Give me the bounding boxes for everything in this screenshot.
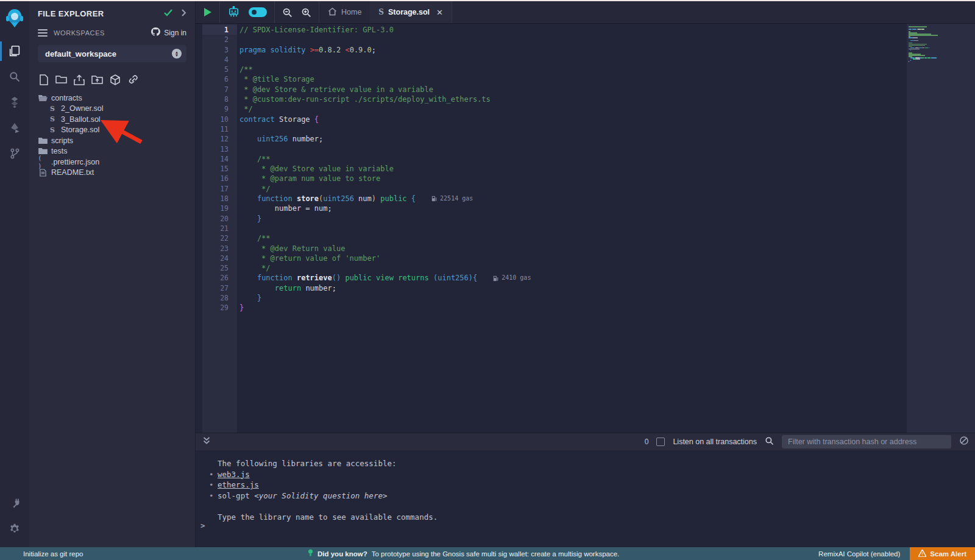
line-number: 25 bbox=[202, 263, 237, 273]
tree-item-2-owner-sol[interactable]: S2_Owner.sol bbox=[29, 104, 195, 115]
line-number: 14 bbox=[202, 154, 237, 164]
ipfs-box-icon[interactable] bbox=[110, 74, 121, 85]
gutter-pad bbox=[196, 24, 202, 433]
workspaces-label: WORKSPACES bbox=[54, 29, 151, 37]
tree-item-storage-sol[interactable]: SStorage.sol bbox=[29, 125, 195, 136]
line-number: 26 bbox=[202, 273, 237, 283]
line-number: 15 bbox=[202, 164, 237, 174]
terminal-line: •ethers.js bbox=[218, 480, 975, 491]
line-number: 6 bbox=[202, 74, 237, 84]
transaction-filter-input[interactable] bbox=[782, 435, 951, 448]
new-file-icon[interactable] bbox=[39, 74, 49, 85]
upload-folder-icon[interactable] bbox=[91, 74, 103, 85]
expand-terminal-icon[interactable] bbox=[203, 436, 210, 447]
code-line-7: * @dev Store & retrieve value in a varia… bbox=[239, 85, 907, 94]
ai-copilot-toggle[interactable] bbox=[249, 7, 267, 17]
workspace-select[interactable]: default_workspace ▲▼ bbox=[38, 45, 186, 62]
clear-console-icon[interactable] bbox=[959, 436, 969, 448]
solidity-file-icon: S bbox=[48, 115, 57, 123]
line-number: 28 bbox=[202, 293, 237, 303]
tree-item-label: .prettierrc.json bbox=[51, 158, 99, 166]
workspace-select-caret-icon: ▲▼ bbox=[172, 49, 182, 58]
import-url-icon[interactable] bbox=[127, 74, 139, 85]
terminal-line bbox=[218, 501, 975, 512]
code-line-6: * @title Storage bbox=[239, 74, 907, 84]
github-icon bbox=[151, 27, 160, 38]
terminal-line: Type the library name to see available c… bbox=[218, 512, 975, 523]
workspaces-menu-icon[interactable] bbox=[38, 29, 48, 37]
line-number: 10 bbox=[202, 115, 237, 124]
git-icon[interactable] bbox=[0, 141, 29, 166]
remix-logo-icon[interactable] bbox=[0, 6, 29, 30]
collapse-panel-chevron-icon[interactable] bbox=[181, 8, 186, 19]
line-number: 1 bbox=[202, 25, 237, 35]
status-bar: Initialize as git repo Did you know? To … bbox=[0, 547, 975, 560]
tree-item-tests[interactable]: tests bbox=[29, 146, 195, 157]
upload-file-icon[interactable] bbox=[74, 74, 85, 85]
terminal-link[interactable]: web3.js bbox=[218, 470, 250, 479]
listen-transactions-checkbox[interactable] bbox=[656, 438, 665, 446]
terminal-search-icon bbox=[765, 436, 774, 448]
line-number: 2 bbox=[202, 35, 237, 44]
code-line-13 bbox=[239, 144, 907, 154]
tree-item--prettierrc-json[interactable]: ( ).prettierrc.json bbox=[29, 157, 195, 168]
line-number: 7 bbox=[202, 85, 237, 94]
line-number: 27 bbox=[202, 283, 237, 293]
solidity-compiler-icon[interactable] bbox=[0, 90, 29, 115]
home-icon bbox=[328, 7, 337, 18]
sign-in-label: Sign in bbox=[164, 29, 186, 37]
line-number: 11 bbox=[202, 124, 237, 134]
workspace-name: default_workspace bbox=[45, 49, 172, 58]
github-sign-in-button[interactable]: Sign in bbox=[151, 27, 186, 38]
deploy-and-run-icon[interactable] bbox=[0, 116, 29, 140]
line-number: 18 bbox=[202, 194, 237, 204]
scam-alert-label: Scam Alert bbox=[930, 550, 966, 558]
code-line-27: return number; bbox=[239, 283, 907, 293]
code-line-9: */ bbox=[239, 104, 907, 114]
close-tab-icon[interactable]: ✕ bbox=[436, 8, 443, 17]
code-line-15: * @dev Store value in variable bbox=[239, 164, 907, 174]
folder-icon bbox=[38, 137, 48, 144]
search-icon[interactable] bbox=[0, 65, 29, 89]
run-script-button[interactable] bbox=[203, 7, 212, 17]
tab-storage-sol[interactable]: S Storage.sol ✕ bbox=[370, 1, 452, 23]
code-line-29: } bbox=[239, 303, 907, 313]
tree-item-label: README.txt bbox=[51, 168, 94, 177]
zoom-in-icon[interactable] bbox=[301, 7, 311, 18]
zoom-out-icon[interactable] bbox=[282, 7, 292, 18]
plugin-manager-icon[interactable] bbox=[0, 491, 29, 516]
ai-copilot-robot-icon[interactable] bbox=[227, 6, 240, 18]
terminal-link[interactable]: ethers.js bbox=[218, 480, 259, 489]
code-editor[interactable]: 1234567891011121314151617181920212223242… bbox=[196, 24, 975, 433]
copilot-status-label[interactable]: RemixAI Copilot (enabled) bbox=[818, 550, 900, 558]
tab-home[interactable]: Home bbox=[319, 1, 370, 23]
tree-item-scripts[interactable]: scripts bbox=[29, 135, 195, 146]
tree-item-contracts[interactable]: contracts bbox=[29, 93, 195, 104]
terminal-output[interactable]: The following libraries are accessible:•… bbox=[196, 450, 975, 547]
panel-title: FILE EXPLORER bbox=[38, 9, 164, 18]
code-content[interactable]: // SPDX-License-Identifier: GPL-3.0pragm… bbox=[237, 24, 907, 433]
terminal-line: •web3.js bbox=[218, 469, 975, 480]
tree-item-3-ballot-sol[interactable]: S3_Ballot.sol bbox=[29, 114, 195, 125]
settings-icon[interactable] bbox=[0, 517, 29, 541]
activity-bar bbox=[0, 1, 29, 547]
tree-item-label: contracts bbox=[51, 94, 82, 102]
file-explorer-icon[interactable] bbox=[0, 39, 29, 63]
solidity-file-icon: S bbox=[48, 126, 57, 134]
code-line-1: // SPDX-License-Identifier: GPL-3.0 bbox=[239, 25, 907, 35]
code-line-26: function retrieve() public view returns … bbox=[239, 273, 907, 283]
minimap[interactable] bbox=[907, 24, 975, 433]
line-number: 13 bbox=[202, 144, 237, 154]
line-number: 5 bbox=[202, 65, 237, 74]
lightbulb-icon bbox=[308, 549, 313, 558]
line-number: 29 bbox=[202, 303, 237, 313]
tree-item-label: scripts bbox=[51, 136, 73, 145]
scam-alert-button[interactable]: Scam Alert bbox=[910, 547, 975, 560]
code-line-24: * @return value of 'number' bbox=[239, 253, 907, 263]
file-explorer-panel: FILE EXPLORER WORKSPACES Sign in bbox=[29, 1, 196, 547]
tree-item-readme-txt[interactable]: README.txt bbox=[29, 168, 195, 179]
code-line-8: * @custom:dev-run-script ./scripts/deplo… bbox=[239, 94, 907, 104]
text-file-icon bbox=[38, 169, 48, 177]
new-folder-icon[interactable] bbox=[55, 74, 67, 84]
init-git-repo-button[interactable]: Initialize as git repo bbox=[0, 550, 83, 558]
